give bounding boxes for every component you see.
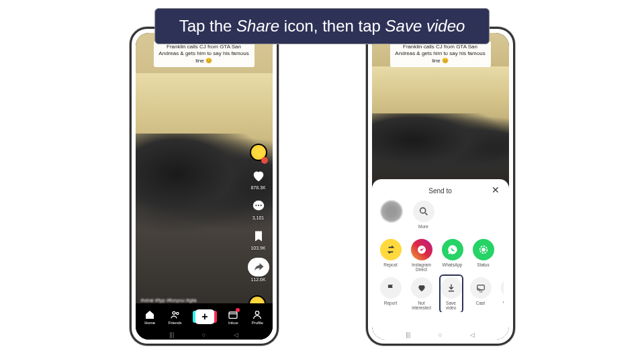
nav-profile-label: Profile (252, 321, 263, 325)
download-icon (441, 277, 462, 299)
more-label: More (418, 224, 428, 234)
svg-point-10 (482, 248, 485, 251)
repost-icon (380, 239, 402, 260)
search-icon (413, 201, 434, 222)
repost-option[interactable]: Repost (379, 239, 403, 272)
repost-label: Repost (383, 262, 398, 272)
report-label: Report (384, 301, 398, 310)
phone-left: Franklin calls CJ from GTA San Andreas &… (130, 27, 279, 346)
banner-share-word: Share (236, 17, 279, 35)
share-icon (248, 258, 269, 276)
recents-icon[interactable]: ||| (406, 332, 410, 338)
android-nav-bar: ||| ○ ◁ (372, 330, 509, 340)
banner-text-2: icon, then tap (279, 17, 385, 35)
android-nav-bar: ||| ○ ◁ (136, 330, 273, 340)
why-this-option[interactable]: ? Why this video (500, 277, 504, 310)
status-label: Status (477, 262, 489, 272)
profile-icon (252, 309, 263, 320)
share-sheet-title: Send to (428, 187, 451, 195)
recents-icon[interactable]: ||| (169, 332, 174, 338)
video-caption: Franklin calls CJ from GTA San Andreas &… (390, 41, 491, 67)
cast-icon (470, 277, 492, 299)
comment-button[interactable]: 3,101 (250, 197, 267, 220)
home-soft-icon[interactable]: ○ (439, 332, 442, 338)
video-caption: Franklin calls CJ from GTA San Andreas &… (154, 41, 255, 67)
flag-icon (380, 277, 402, 299)
phone-right: Franklin calls CJ from GTA San Andreas &… (366, 27, 515, 346)
nav-inbox[interactable]: Inbox (228, 309, 238, 325)
instagram-label: Instagram Direct (410, 262, 434, 272)
contact-avatar[interactable] (379, 201, 404, 234)
instagram-option[interactable]: Instagram Direct (410, 239, 434, 272)
whatsapp-option[interactable]: WhatsApp (441, 239, 465, 272)
nav-profile[interactable]: Profile (252, 309, 263, 325)
nav-inbox-label: Inbox (228, 321, 238, 325)
cast-label: Cast (476, 301, 485, 310)
nav-home-label: Home (144, 321, 155, 325)
save-video-option[interactable]: Save video (439, 274, 463, 311)
svg-point-4 (173, 311, 175, 314)
question-icon: ? (501, 277, 504, 299)
report-option[interactable]: Report (379, 277, 403, 310)
heart-icon (250, 167, 267, 185)
banner-text-1: Tap the (179, 17, 236, 35)
back-soft-icon[interactable]: ◁ (234, 332, 238, 338)
cast-option[interactable]: Cast (469, 277, 493, 310)
action-rail: 878.3K 3,101 103.9K (248, 167, 269, 282)
svg-point-3 (260, 205, 261, 206)
like-button[interactable]: 878.3K (250, 167, 267, 190)
share-actions-row: Report Not interested Save video (377, 273, 504, 311)
avatar-icon (381, 201, 402, 222)
not-interested-option[interactable]: Not interested (410, 277, 434, 310)
status-icon (473, 239, 494, 260)
nav-create[interactable]: + (195, 309, 215, 324)
nav-friends-label: Friends (169, 321, 182, 325)
comment-count: 3,101 (252, 215, 265, 220)
svg-rect-11 (477, 285, 484, 290)
share-count: 112.6K (250, 277, 265, 282)
save-button[interactable]: 103.9K (250, 228, 267, 250)
save-video-label: Save video (442, 301, 461, 310)
instruction-banner: Tap the Share icon, then tap Save video (154, 8, 490, 44)
inbox-notification-dot (236, 308, 240, 312)
like-count: 878.3K (250, 185, 265, 190)
close-icon[interactable]: ✕ (492, 185, 500, 195)
not-interested-label: Not interested (410, 301, 434, 310)
share-sheet: Send to ✕ More (372, 179, 509, 330)
more-contacts[interactable]: More (411, 201, 436, 234)
svg-rect-6 (229, 312, 237, 318)
save-count: 103.9K (250, 246, 265, 250)
nav-friends[interactable]: Friends (169, 309, 182, 325)
status-option[interactable]: Status (471, 239, 496, 272)
home-soft-icon[interactable]: ○ (202, 332, 205, 338)
send-to-row: More (377, 197, 504, 235)
share-button[interactable]: 112.6K (248, 258, 269, 282)
banner-save-word: Save video (385, 17, 465, 35)
svg-point-7 (256, 311, 259, 314)
nav-home[interactable]: Home (144, 309, 155, 325)
whatsapp-icon (442, 239, 463, 260)
svg-point-8 (420, 208, 425, 213)
why-this-label: Why this video (500, 301, 504, 310)
video-people-area (372, 113, 509, 181)
bottom-nav: Home Friends + Inbox Profile (136, 303, 273, 330)
avatar-emoji-icon[interactable] (250, 144, 267, 161)
svg-point-2 (257, 205, 259, 206)
svg-point-1 (255, 205, 257, 206)
svg-point-5 (176, 312, 178, 314)
whatsapp-label: WhatsApp (443, 262, 463, 272)
instagram-icon (411, 239, 432, 260)
heart-broken-icon (411, 277, 432, 299)
bookmark-icon (250, 228, 267, 245)
comment-icon (250, 197, 267, 215)
friends-icon (170, 309, 181, 320)
messenger-option[interactable]: Messenger (502, 239, 504, 272)
home-icon (144, 309, 155, 320)
back-soft-icon[interactable]: ◁ (470, 332, 475, 338)
share-apps-row: Repost Instagram Direct WhatsApp (377, 235, 504, 273)
